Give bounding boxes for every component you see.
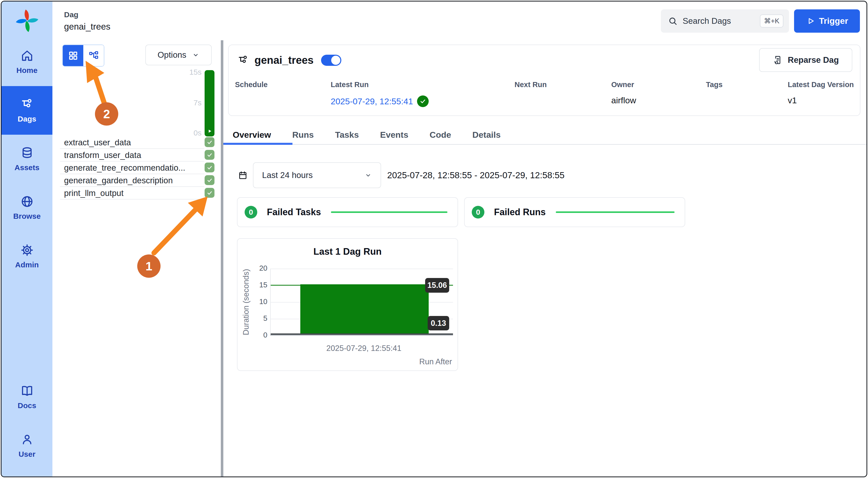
sidebar-item-label: Dags	[18, 115, 36, 123]
field-label: Schedule	[235, 81, 268, 89]
task-name[interactable]: extract_user_data	[64, 138, 131, 147]
check-icon	[419, 98, 426, 105]
latest-run-link[interactable]: 2025-07-29, 12:55:41	[331, 96, 413, 106]
stat-cards-row: 0 Failed Tasks 0 Failed Runs	[237, 197, 866, 227]
dag-tabs: Overview Runs Tasks Events Code Details	[223, 126, 866, 145]
dag-title-row: genai_trees	[237, 54, 341, 66]
task-success-check[interactable]	[205, 188, 214, 198]
options-button[interactable]: Options	[145, 44, 212, 65]
panel-splitter[interactable]	[221, 40, 223, 476]
dag-title: genai_trees	[254, 54, 313, 66]
database-icon	[20, 146, 34, 160]
globe-icon	[20, 195, 34, 209]
field-label: Latest Run	[331, 81, 429, 89]
failed-runs-sparkline	[556, 212, 675, 213]
trigger-label: Trigger	[819, 16, 848, 26]
chart-x-axis-label: Run After	[419, 357, 452, 367]
chart-x-tick-label: 2025-07-29, 12:55:41	[313, 344, 414, 353]
home-icon	[20, 49, 34, 63]
task-success-check[interactable]	[205, 175, 214, 185]
trigger-button[interactable]: Trigger	[794, 9, 860, 33]
task-name[interactable]: transform_user_data	[64, 150, 141, 160]
field-label: Next Run	[515, 81, 547, 89]
time-range-select[interactable]: Last 24 hours	[253, 162, 381, 188]
chart-y-axis-label: Duration (seconds)	[242, 268, 251, 336]
queued-duration-line	[271, 333, 453, 335]
dag-run-bar[interactable]	[205, 70, 214, 136]
tab-code[interactable]: Code	[430, 130, 451, 140]
topbar-actions: Search Dags ⌘+K Trigger	[661, 9, 860, 33]
check-icon	[206, 152, 213, 158]
task-success-check[interactable]	[205, 137, 214, 147]
dag-icon	[20, 97, 34, 111]
run-duration-value-chip: 15.06	[425, 278, 449, 293]
calendar-icon	[238, 170, 248, 181]
field-owner: Owner airflow	[611, 81, 636, 105]
sidebar-item-dags[interactable]: Dags	[2, 86, 53, 135]
field-latest-run: Latest Run 2025-07-29, 12:55:41	[331, 81, 429, 107]
gridline	[271, 268, 453, 269]
graph-view-button[interactable]	[83, 45, 104, 66]
app-window: Home Dags Assets Browse Admin Docs	[1, 1, 867, 477]
tab-tasks[interactable]: Tasks	[335, 130, 359, 140]
tab-details[interactable]: Details	[472, 130, 501, 140]
sidebar-item-assets[interactable]: Assets	[2, 135, 53, 183]
dag-icon	[237, 55, 249, 66]
field-value: v1	[788, 95, 854, 105]
duration-tick-15s: 15s	[171, 68, 202, 76]
sidebar-item-browse[interactable]: Browse	[2, 183, 53, 232]
breadcrumb: Dag genai_trees	[64, 10, 111, 32]
active-tab-indicator	[223, 143, 292, 145]
annotation-arrow-1	[154, 210, 196, 253]
task-row: generate_tree_recommendatio...	[53, 162, 221, 174]
reparse-dag-button[interactable]: Reparse Dag	[759, 48, 852, 72]
tab-runs[interactable]: Runs	[292, 130, 314, 140]
breadcrumb-label: Dag	[64, 10, 111, 19]
task-name[interactable]: print_llm_output	[64, 188, 124, 198]
main-pane: genai_trees Reparse Dag Schedule Latest …	[223, 40, 866, 476]
tab-events[interactable]: Events	[380, 130, 408, 140]
search-shortcut-kbd: ⌘+K	[760, 14, 783, 28]
airflow-logo[interactable]	[15, 9, 39, 33]
reparse-label: Reparse Dag	[788, 55, 839, 65]
task-list: extract_user_data transform_user_data ge…	[53, 136, 221, 199]
y-tick-20: 20	[252, 264, 268, 273]
task-name[interactable]: generate_tree_recommendatio...	[64, 163, 185, 173]
annotation-step-number: 1	[146, 259, 152, 273]
tab-overview[interactable]: Overview	[233, 130, 271, 140]
field-next-run: Next Run	[515, 81, 547, 95]
annotation-circle-1	[137, 254, 160, 278]
date-range-text: 2025-07-28, 12:58:55 - 2025-07-29, 12:58…	[387, 170, 565, 180]
run-success-icon	[417, 95, 429, 107]
sidebar-item-admin[interactable]: Admin	[2, 232, 53, 281]
topbar: Dag genai_trees Search Dags ⌘+K Trigger	[53, 2, 866, 40]
check-icon	[206, 190, 213, 196]
view-toggle	[62, 44, 104, 67]
options-label: Options	[157, 50, 186, 60]
grid-panel: Options 15s 7s 0s extract_user_data	[53, 40, 221, 476]
task-name[interactable]: generate_garden_description	[64, 176, 173, 185]
task-success-check[interactable]	[205, 150, 214, 160]
y-tick-15: 15	[252, 281, 268, 289]
breadcrumb-dag-name: genai_trees	[64, 22, 111, 32]
check-icon	[206, 177, 213, 184]
chevron-down-icon	[192, 51, 199, 59]
annotation-circle-2	[95, 102, 118, 126]
user-icon	[20, 433, 34, 446]
dag-enabled-toggle[interactable]	[321, 55, 341, 66]
failed-tasks-card: 0 Failed Tasks	[237, 197, 458, 227]
duration-tick-0s: 0s	[171, 129, 202, 137]
chevron-down-icon	[364, 171, 372, 179]
failed-tasks-label: Failed Tasks	[267, 207, 321, 218]
sidebar-item-home[interactable]: Home	[2, 37, 53, 86]
grid-view-button[interactable]	[63, 45, 83, 66]
task-success-check[interactable]	[205, 163, 214, 172]
field-latest-dag-version: Latest Dag Version v1	[788, 81, 854, 105]
sidebar-item-user[interactable]: User	[2, 421, 53, 470]
queued-duration-value-chip: 0.13	[428, 316, 449, 330]
sidebar-item-label: Home	[17, 66, 37, 75]
search-icon	[668, 16, 678, 26]
chart-plot-area: 15.06 0.13	[270, 268, 453, 336]
search-input[interactable]: Search Dags ⌘+K	[661, 9, 789, 33]
sidebar-item-docs[interactable]: Docs	[2, 373, 53, 421]
